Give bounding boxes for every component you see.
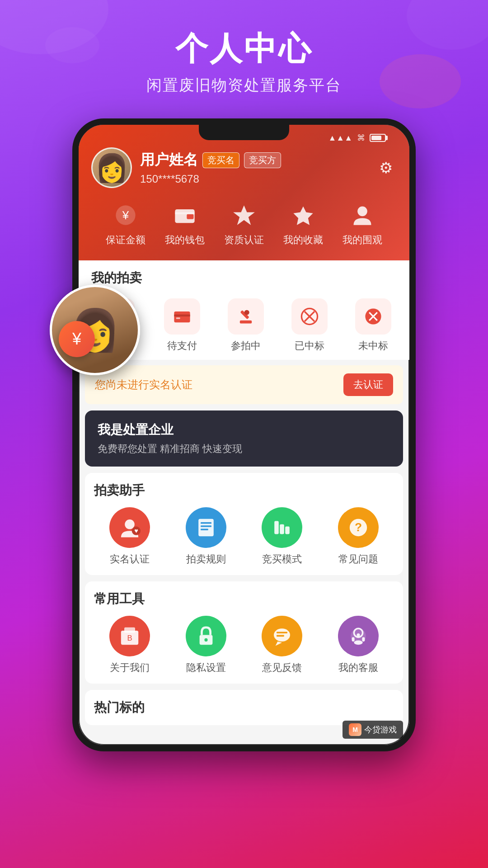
favorites-label: 我的收藏	[283, 233, 323, 247]
svg-rect-32	[280, 524, 284, 534]
svg-rect-13	[174, 315, 190, 316]
watermark: M 今贷游戏	[343, 721, 403, 739]
go-verify-button[interactable]: 去认证	[343, 373, 393, 396]
notice-banner: 您尚未进行实名认证 去认证	[85, 365, 403, 404]
watermark-icon: M	[349, 723, 361, 736]
signal-icon: ▲▲▲	[328, 133, 352, 143]
feedback-icon	[262, 616, 302, 656]
auction-lost-label: 未中标	[358, 339, 388, 353]
enterprise-subtitle: 免费帮您处置 精准招商 快速变现	[98, 442, 390, 456]
phone-mockup: ▲▲▲ ⌘ 👩 用户姓名 竞买名 竞买方	[0, 118, 488, 751]
auction-won-label: 已中标	[295, 339, 324, 353]
quick-item-observe[interactable]: 我的围观	[343, 201, 382, 247]
tool-service[interactable]: 我的客服	[323, 616, 394, 675]
svg-marker-5	[233, 205, 255, 225]
badge-buyer-role: 竞买方	[244, 152, 281, 168]
faq-label: 常见问题	[338, 552, 378, 566]
realname-icon: ♥	[109, 507, 150, 548]
user-phone: 150****5678	[140, 173, 367, 185]
helper-grid: ♥ 实名认证 拍卖规则	[94, 507, 394, 566]
realname-label: 实名认证	[110, 552, 150, 566]
helper-mode[interactable]: 竞买模式	[246, 507, 318, 566]
quick-item-wallet[interactable]: 我的钱包	[165, 201, 205, 247]
tools-section-title: 常用工具	[94, 590, 394, 608]
svg-rect-33	[285, 527, 290, 534]
quick-menu: ¥ 保证金额 我的钱包	[91, 201, 397, 247]
svg-point-17	[244, 310, 249, 315]
svg-text:♥: ♥	[134, 527, 138, 534]
my-auction-title: 我的拍卖	[91, 271, 142, 285]
svg-rect-43	[277, 635, 284, 637]
avatar[interactable]: 👩	[91, 147, 132, 188]
phone-frame: ▲▲▲ ⌘ 👩 用户姓名 竞买名 竞买方	[72, 118, 416, 751]
page-subtitle: 闲置废旧物资处置服务平台	[0, 75, 488, 96]
about-label: 关于我们	[110, 661, 150, 675]
rules-icon	[186, 507, 226, 548]
wifi-icon: ⌘	[357, 133, 365, 143]
svg-rect-14	[176, 317, 180, 319]
svg-point-7	[358, 207, 368, 217]
about-icon: B	[109, 616, 150, 656]
user-name: 用户姓名	[140, 150, 198, 170]
enterprise-title: 我是处置企业	[98, 421, 390, 439]
deposit-icon: ¥	[111, 201, 140, 230]
quick-item-qualification[interactable]: 资质认证	[224, 201, 264, 247]
svg-rect-42	[277, 632, 287, 633]
auction-bidding[interactable]: 参拍中	[228, 298, 264, 353]
user-info-row: 👩 用户姓名 竞买名 竞买方 150****5678 ⚙	[91, 147, 397, 188]
auction-lost[interactable]: 未中标	[355, 298, 391, 353]
feedback-label: 意见反馈	[262, 661, 302, 675]
svg-text:?: ?	[355, 520, 362, 534]
helper-faq[interactable]: ? 常见问题	[323, 507, 394, 566]
floating-deposit-icon: ¥	[59, 321, 95, 357]
hot-tags-section: 热门标的	[85, 690, 403, 725]
qualification-label: 资质认证	[224, 233, 264, 247]
svg-point-49	[357, 633, 360, 637]
notice-text: 您尚未进行实名认证	[95, 377, 192, 392]
mode-icon	[262, 507, 302, 548]
svg-point-40	[204, 638, 207, 642]
page-title: 个人中心	[0, 27, 488, 71]
tool-feedback[interactable]: 意见反馈	[246, 616, 318, 675]
observe-label: 我的围观	[343, 233, 382, 247]
svg-rect-30	[201, 528, 208, 530]
qualification-icon	[230, 201, 258, 230]
svg-rect-37	[124, 627, 135, 633]
enterprise-card[interactable]: 我是处置企业 免费帮您处置 精准招商 快速变现	[85, 410, 403, 467]
app-header: ▲▲▲ ⌘ 👩 用户姓名 竞买名 竞买方	[79, 125, 409, 260]
phone-notch	[199, 125, 289, 140]
favorites-icon	[289, 201, 318, 230]
svg-rect-29	[201, 525, 211, 527]
service-label: 我的客服	[338, 661, 378, 675]
svg-text:¥: ¥	[122, 208, 129, 222]
privacy-icon	[186, 616, 226, 656]
svg-rect-16	[240, 321, 252, 324]
auction-pending[interactable]: 待支付	[164, 298, 200, 353]
auction-pending-label: 待支付	[167, 339, 197, 353]
tool-about[interactable]: B 关于我们	[94, 616, 166, 675]
quick-item-deposit[interactable]: ¥ 保证金额	[106, 201, 145, 247]
common-tools-section: 常用工具 B 关于我们	[85, 581, 403, 684]
svg-point-41	[274, 628, 290, 642]
helper-realname[interactable]: ♥ 实名认证	[94, 507, 166, 566]
quick-item-favorites[interactable]: 我的收藏	[283, 201, 323, 247]
hot-tags-title: 热门标的	[94, 699, 394, 716]
svg-rect-4	[175, 212, 194, 214]
helper-section-title: 拍卖助手	[94, 482, 394, 499]
svg-point-24	[125, 519, 135, 529]
settings-icon[interactable]: ⚙	[375, 157, 397, 179]
observe-icon	[348, 201, 377, 230]
svg-marker-6	[293, 207, 313, 225]
tools-grid: B 关于我们 隐私设置	[94, 616, 394, 675]
tool-privacy[interactable]: 隐私设置	[170, 616, 242, 675]
wallet-icon	[170, 201, 199, 230]
svg-point-48	[354, 641, 362, 645]
auction-won[interactable]: 已中标	[291, 298, 328, 353]
svg-rect-28	[201, 522, 211, 524]
rules-label: 拍卖规则	[186, 552, 226, 566]
service-icon	[338, 616, 379, 656]
auction-helper-section: 拍卖助手 ♥ 实名认证	[85, 473, 403, 575]
wallet-label: 我的钱包	[165, 233, 205, 247]
helper-rules[interactable]: 拍卖规则	[170, 507, 242, 566]
deposit-label: 保证金额	[106, 233, 145, 247]
